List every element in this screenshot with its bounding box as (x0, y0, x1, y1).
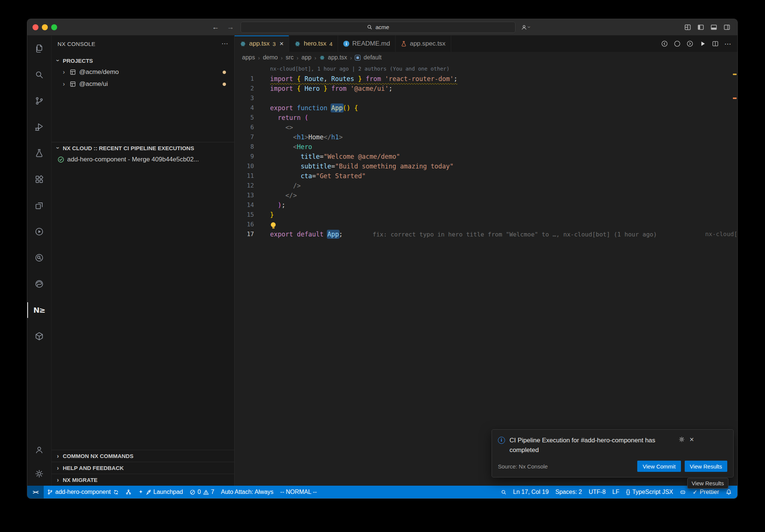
code-line[interactable]: 2import { Hero } from '@acme/ui'; (235, 84, 737, 93)
tab-hero-tsx[interactable]: hero.tsx 4 (289, 35, 338, 52)
source-control-icon[interactable] (27, 88, 51, 114)
toggle-panel-icon[interactable] (710, 24, 718, 31)
code-line[interactable]: 15} (235, 210, 737, 220)
notification-settings-gear-icon[interactable] (678, 436, 685, 443)
edge-devtools-icon[interactable] (27, 271, 51, 297)
line-number[interactable]: 6 (235, 123, 254, 132)
line-number[interactable]: 4 (235, 103, 254, 113)
eol-item[interactable]: LF (609, 486, 623, 498)
line-number[interactable]: 9 (235, 152, 254, 161)
section-help-feedback[interactable]: › HELP AND FEEDBACK (52, 462, 234, 474)
git-branch-item[interactable]: add-hero-component (44, 486, 122, 498)
line-number[interactable]: 14 (235, 200, 254, 210)
code-line[interactable]: 17export default App;fix: correct typo i… (235, 229, 737, 239)
line-number[interactable]: 17 (235, 229, 254, 239)
code-line[interactable]: 4export function App() { (235, 103, 737, 113)
vim-mode-item[interactable]: -- NORMAL -- (277, 486, 320, 498)
more-actions-icon[interactable]: ⋯ (724, 40, 731, 48)
command-center-search[interactable]: acme (241, 22, 515, 33)
breadcrumb-item[interactable]: demo (263, 54, 278, 61)
code-line[interactable]: 14 ); (235, 200, 737, 210)
code-line[interactable]: 3 (235, 93, 737, 103)
lightbulb-icon[interactable] (271, 222, 276, 227)
nx-console-icon[interactable]: N≥ (27, 297, 51, 323)
nav-forward-circle-icon[interactable] (686, 40, 694, 47)
zoom-window-button[interactable] (51, 24, 57, 30)
tab-readme-md[interactable]: i README.md (338, 35, 396, 52)
commit-graph-item[interactable] (122, 486, 135, 498)
notification-close-icon[interactable]: × (690, 436, 694, 443)
auto-attach-item[interactable]: Auto Attach: Always (218, 486, 277, 498)
view-results-button[interactable]: View Results (685, 461, 727, 472)
launchpad-item[interactable]: Launchpad (135, 486, 186, 498)
line-number[interactable]: 12 (235, 181, 254, 191)
line-number[interactable]: 7 (235, 132, 254, 142)
toggle-secondary-sidebar-icon[interactable] (723, 24, 731, 31)
profile-menu[interactable]: › (521, 24, 530, 31)
tab-app-spec-tsx[interactable]: app.spec.tsx (396, 35, 451, 52)
indentation-item[interactable]: Spaces: 2 (552, 486, 585, 498)
sidebar-more-actions-icon[interactable]: ⋯ (222, 40, 228, 48)
line-number[interactable]: 2 (235, 84, 254, 93)
package-cube-icon[interactable] (27, 323, 51, 349)
line-number[interactable]: 5 (235, 113, 254, 123)
close-tab-icon[interactable]: × (279, 40, 284, 48)
code-line[interactable]: 6 <> (235, 123, 737, 132)
history-forward-icon[interactable]: → (226, 23, 235, 31)
testing-icon[interactable] (27, 140, 51, 166)
project-item-demo[interactable]: › @acme/demo (52, 66, 234, 78)
line-number[interactable]: 10 (235, 161, 254, 171)
settings-gear-icon[interactable] (27, 462, 51, 486)
explorer-icon[interactable] (27, 35, 51, 62)
view-commit-button[interactable]: View Commit (637, 461, 681, 472)
accounts-icon[interactable] (27, 438, 51, 462)
customize-layout-icon[interactable] (684, 24, 691, 31)
code-line[interactable]: 12 /> (235, 181, 737, 191)
breadcrumb-item[interactable]: app.tsx (328, 54, 347, 61)
line-number[interactable]: 1 (235, 74, 254, 84)
code-line[interactable]: 9 title="Welcome @acme/demo" (235, 152, 737, 161)
line-number[interactable]: 8 (235, 142, 254, 152)
line-number[interactable]: 15 (235, 210, 254, 220)
minimize-window-button[interactable] (42, 24, 48, 30)
breadcrumb-item[interactable]: src (286, 54, 294, 61)
code-line[interactable]: 13 </> (235, 191, 737, 200)
code-line[interactable]: 7 <h1>Home</h1> (235, 132, 737, 142)
language-mode-item[interactable]: {} TypeScript JSX (623, 486, 676, 498)
section-nx-migrate[interactable]: › NX MIGRATE (52, 474, 234, 486)
code-line[interactable]: 1import { Route, Routes } from 'react-ro… (235, 74, 737, 84)
code-line[interactable]: 11 cta="Get Started" (235, 171, 737, 181)
problems-item[interactable]: 0 7 (186, 486, 218, 498)
section-common-nx-commands[interactable]: › COMMON NX COMMANDS (52, 450, 234, 462)
breadcrumb-item[interactable]: apps (242, 54, 255, 61)
extensions-icon[interactable] (27, 166, 51, 192)
toggle-sidebar-icon[interactable] (697, 24, 704, 31)
line-number[interactable]: 3 (235, 93, 254, 103)
code-line[interactable]: 8 <Hero (235, 142, 737, 152)
code-line[interactable]: 5 return ( (235, 113, 737, 123)
search-view-icon[interactable] (27, 62, 51, 88)
split-editor-icon[interactable] (712, 40, 719, 47)
remote-explorer-icon[interactable] (27, 192, 51, 219)
remote-indicator[interactable]: >< (27, 486, 44, 498)
inspect-circle-icon[interactable] (27, 245, 51, 271)
project-item-ui[interactable]: › @acme/ui (52, 78, 234, 90)
screencast-zoom-item[interactable] (498, 486, 510, 498)
run-file-icon[interactable] (699, 40, 706, 47)
history-back-icon[interactable]: ← (211, 23, 220, 31)
sync-changes-icon[interactable] (113, 489, 119, 495)
line-number[interactable]: 16 (235, 220, 254, 229)
pipeline-execution-item[interactable]: add-hero-component - Merge 409b44e5cb02.… (52, 154, 234, 166)
close-window-button[interactable] (32, 24, 38, 30)
encoding-item[interactable]: UTF-8 (585, 486, 609, 498)
code-line[interactable]: 10 subtitle="Build something amazing tod… (235, 161, 737, 171)
section-nx-cloud[interactable]: › NX CLOUD :: RECENT CI PIPELINE EXECUTI… (52, 142, 234, 154)
run-debug-icon[interactable] (27, 114, 51, 140)
play-circle-icon[interactable] (27, 219, 51, 245)
nav-back-circle-icon[interactable] (661, 40, 668, 47)
code-line[interactable]: 16 (235, 220, 737, 229)
code-area[interactable]: nx-cloud[bot], 1 hour ago | 2 authors (Y… (235, 63, 737, 486)
line-number[interactable]: 13 (235, 191, 254, 200)
breadcrumb-item[interactable]: default (363, 54, 381, 61)
cursor-position-item[interactable]: Ln 17, Col 19 (510, 486, 552, 498)
